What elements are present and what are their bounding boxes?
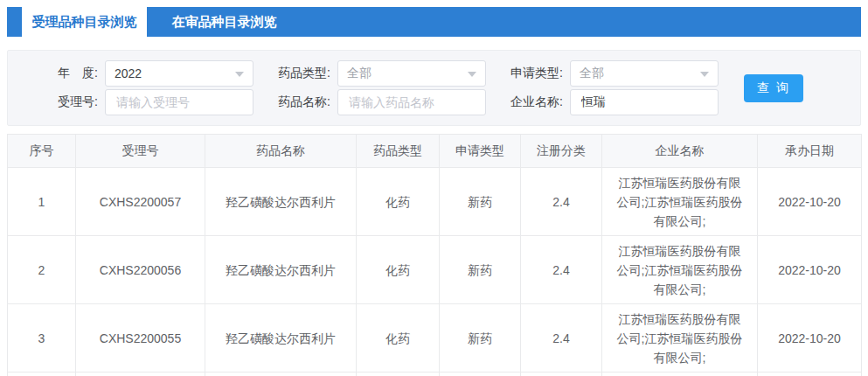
drug-name-label: 药品名称:	[262, 94, 337, 110]
table-cell: 2022-10-20	[758, 304, 862, 373]
table-cell: 化药	[357, 236, 440, 304]
tab-accepted-catalog[interactable]: 受理品种目录浏览	[22, 7, 147, 37]
filter-row-1: 年 度: 2022 药品类型: 全部 申请类型: 全部	[30, 60, 860, 87]
caret-down-icon	[700, 72, 709, 77]
acceptance-no-field-box	[105, 89, 253, 115]
apply-type-select[interactable]: 全部	[570, 60, 719, 87]
apply-type-select-value: 全部	[580, 66, 604, 81]
year-select-value: 2022	[115, 66, 142, 80]
tab-under-review-catalog[interactable]: 在审品种目录浏览	[147, 7, 302, 37]
table-row[interactable]: 2CXHS2200056羟乙磺酸达尔西利片化药新药2.4江苏恒瑞医药股份有限公司…	[8, 236, 862, 304]
column-header: 企业名称	[602, 135, 758, 168]
acceptance-no-label: 受理号:	[30, 94, 105, 110]
company-input[interactable]	[580, 94, 709, 110]
table-cell: 2.4	[521, 236, 602, 304]
year-select[interactable]: 2022	[105, 60, 253, 87]
table-cell	[205, 373, 357, 376]
table-row[interactable]: 1CXHS2200057羟乙磺酸达尔西利片化药新药2.4江苏恒瑞医药股份有限公司…	[8, 168, 862, 236]
drug-type-select[interactable]: 全部	[337, 60, 486, 87]
acceptance-no-field-group: 受理号:	[30, 89, 253, 115]
table-cell: 3	[8, 304, 76, 373]
table-cell	[76, 373, 205, 376]
filter-row-2: 受理号: 药品名称: 企业名称:	[30, 89, 860, 115]
company-label: 企业名称:	[495, 94, 570, 110]
column-header: 注册分类	[521, 135, 602, 168]
column-header: 申请类型	[440, 135, 521, 168]
table-cell: 江苏恒瑞医药股份有限公司;江苏恒瑞医药股份有限公司;	[602, 236, 758, 304]
results-table: 序号受理号药品名称药品类型申请类型注册分类企业名称承办日期 1CXHS22000…	[7, 134, 862, 376]
table-cell: 化药	[357, 304, 440, 373]
year-label: 年 度:	[30, 66, 105, 81]
table-cell: 2022-10-20	[758, 168, 862, 236]
table-cell: 1	[8, 168, 76, 236]
table-cell	[440, 373, 521, 376]
table-cell	[521, 373, 602, 376]
drug-type-label: 药品类型:	[262, 66, 337, 81]
company-field-group: 企业名称:	[495, 89, 719, 115]
column-header: 药品名称	[205, 135, 357, 168]
table-cell	[357, 373, 440, 376]
caret-down-icon	[235, 72, 244, 77]
table-cell: 新药	[440, 168, 521, 236]
search-button[interactable]: 查 询	[744, 74, 803, 102]
filter-panel: 年 度: 2022 药品类型: 全部 申请类型: 全部	[7, 50, 861, 126]
apply-type-field-group: 申请类型: 全部	[495, 60, 719, 87]
tab-bar: 受理品种目录浏览 在审品种目录浏览	[7, 7, 861, 37]
table-cell: 羟乙磺酸达尔西利片	[205, 236, 357, 304]
drug-type-select-value: 全部	[347, 66, 372, 81]
table-cell: 江苏恒瑞医药股份有限公司;江苏恒瑞医药股份有限公司;	[602, 304, 758, 373]
table-cell: 江苏恒瑞医药股份有限公司;江苏恒瑞医药股份有限公司;	[602, 168, 758, 236]
table-cell: 2022-10-20	[758, 236, 862, 304]
company-field-box	[570, 89, 719, 115]
table-cell	[8, 373, 76, 376]
table-row-partial	[8, 373, 862, 376]
table-header: 序号受理号药品名称药品类型申请类型注册分类企业名称承办日期	[8, 135, 862, 168]
year-field-group: 年 度: 2022	[30, 60, 253, 87]
page: 受理品种目录浏览 在审品种目录浏览 年 度: 2022 药品类型: 全部 申请类…	[0, 0, 868, 376]
drug-name-field-box	[337, 89, 486, 115]
table-header-row: 序号受理号药品名称药品类型申请类型注册分类企业名称承办日期	[8, 135, 862, 168]
drug-name-input[interactable]	[347, 94, 476, 110]
table-cell: 2	[8, 236, 76, 304]
table-cell: 羟乙磺酸达尔西利片	[205, 168, 357, 236]
table-cell: CXHS2200056	[76, 236, 205, 304]
table-row[interactable]: 3CXHS2200055羟乙磺酸达尔西利片化药新药2.4江苏恒瑞医药股份有限公司…	[8, 304, 862, 373]
table-cell: 2.4	[521, 168, 602, 236]
table-body: 1CXHS2200057羟乙磺酸达尔西利片化药新药2.4江苏恒瑞医药股份有限公司…	[8, 168, 862, 376]
caret-down-icon	[468, 72, 476, 77]
table-cell: CXHS2200057	[76, 168, 205, 236]
drug-type-field-group: 药品类型: 全部	[262, 60, 486, 87]
column-header: 承办日期	[758, 135, 862, 168]
apply-type-label: 申请类型:	[495, 66, 570, 81]
table-cell: CXHS2200055	[76, 304, 205, 373]
table-cell: 2.4	[521, 304, 602, 373]
column-header: 药品类型	[357, 135, 440, 168]
table-cell: 化药	[357, 168, 440, 236]
table-cell: 新药	[440, 304, 521, 373]
column-header: 受理号	[76, 135, 205, 168]
table-cell	[602, 373, 758, 376]
table-cell: 新药	[440, 236, 521, 304]
column-header: 序号	[8, 135, 76, 168]
table-cell	[758, 373, 862, 376]
table-cell: 羟乙磺酸达尔西利片	[205, 304, 357, 373]
drug-name-field-group: 药品名称:	[262, 89, 486, 115]
acceptance-no-input[interactable]	[115, 94, 244, 110]
